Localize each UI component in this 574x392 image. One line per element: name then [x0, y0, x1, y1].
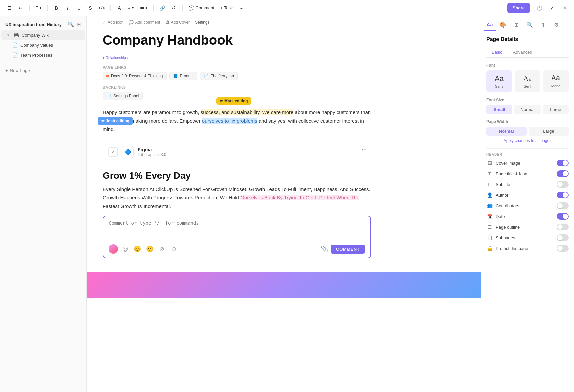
- protect-page-toggle[interactable]: [557, 245, 569, 252]
- more-options-button[interactable]: ···: [362, 146, 367, 153]
- expand-icon[interactable]: ⤢: [108, 147, 118, 157]
- backlink-label: Settings Panel: [113, 94, 139, 98]
- sidebar-item-team-processes[interactable]: 📄 Team Processes: [1, 50, 85, 60]
- mention-button[interactable]: @: [121, 244, 130, 254]
- add-icon-button[interactable]: ☆ Add Icon: [103, 20, 123, 25]
- history-button[interactable]: 🕐: [534, 3, 545, 13]
- comment-input[interactable]: [109, 220, 365, 240]
- add-cover-label: Add Cover: [171, 20, 190, 25]
- sidebar-header-icons: 🔍 ⊞: [68, 21, 81, 27]
- size-large[interactable]: Large: [543, 105, 569, 114]
- width-normal[interactable]: Normal: [486, 127, 527, 136]
- more-button[interactable]: ···: [236, 3, 247, 13]
- slash-button[interactable]: ⊘: [157, 244, 166, 254]
- underline-button[interactable]: U: [74, 3, 84, 13]
- blue-doc-icon: 📘: [173, 74, 178, 78]
- toolbar: ☰ ↩ T ▾ B I U S </> A ≡ ▾ ≔ ▾ 🔗 ↺ 💬 Comm…: [0, 0, 574, 16]
- sidebar-item-label: Company Values: [20, 43, 53, 48]
- relationships-row[interactable]: ▾ Relationships: [103, 56, 371, 60]
- share-button[interactable]: Share: [507, 3, 530, 13]
- comment-toolbar-button[interactable]: 💬 Comment: [186, 3, 217, 13]
- sidebar-item-company-wiki[interactable]: ▼ 🎮 Company Wiki: [1, 30, 85, 40]
- panel-sub-tab-advanced[interactable]: Advanced: [508, 48, 538, 57]
- record-button[interactable]: ⊙: [169, 244, 178, 254]
- link-button[interactable]: 🔗: [157, 3, 168, 13]
- reaction-button[interactable]: 😊: [133, 244, 142, 254]
- font-mono-option[interactable]: Aa Mono: [543, 70, 569, 92]
- subtitle-toggle[interactable]: [557, 181, 569, 188]
- main-layout: UX inspiration from History 🔍 ⊞ ▼ 🎮 Comp…: [0, 16, 574, 392]
- toggle-author: 👤 Author: [486, 192, 569, 198]
- panel-tab-style[interactable]: Aa: [484, 19, 496, 31]
- page-title-toggle[interactable]: [557, 170, 569, 177]
- panel-sub-tab-basic[interactable]: Basic: [486, 48, 508, 57]
- sans-aa: Aa: [495, 74, 504, 83]
- page-content: Company Handbook ▾ Relationships PAGE LI…: [87, 25, 387, 272]
- new-page-button[interactable]: + New Page: [0, 66, 86, 75]
- figma-embed-card[interactable]: ⤢ 🔷 Figma flat graphics 3.0 ···: [103, 142, 371, 162]
- subpages-toggle[interactable]: [557, 234, 569, 241]
- gray-doc-icon: 📄: [204, 74, 209, 78]
- author-label: Author: [496, 193, 554, 198]
- sidebar-layout-icon[interactable]: ⊞: [77, 21, 81, 27]
- cover-image-toggle[interactable]: [557, 160, 569, 166]
- list-button[interactable]: ≔ ▾: [137, 3, 150, 13]
- panel-tab-search[interactable]: 🔍: [524, 19, 536, 31]
- align-button[interactable]: ≡ ▾: [125, 3, 136, 13]
- author-toggle[interactable]: [557, 192, 569, 198]
- font-sans-option[interactable]: Aa Sans: [486, 70, 512, 92]
- font-color-button[interactable]: A: [114, 3, 125, 13]
- panel-tab-paint[interactable]: 🎨: [497, 19, 509, 31]
- contributors-toggle[interactable]: [557, 202, 569, 209]
- code-button[interactable]: </>: [96, 3, 107, 13]
- size-normal[interactable]: Normal: [514, 105, 540, 114]
- menu-button[interactable]: ☰: [4, 3, 15, 13]
- text-type-button[interactable]: T ▾: [33, 3, 44, 13]
- page-link-jerrycan[interactable]: 📄 The Jerrycan: [200, 72, 238, 80]
- emoji-button[interactable]: 🙂: [145, 244, 154, 254]
- page-outline-toggle[interactable]: [557, 224, 569, 230]
- comment-submit-button[interactable]: COMMENT: [331, 245, 365, 254]
- add-comment-button[interactable]: 💬 Add comment: [129, 20, 160, 25]
- font-serif-option[interactable]: Aa Serif: [515, 70, 540, 92]
- subpages-label: Subpages: [496, 235, 554, 240]
- size-small[interactable]: Small: [486, 105, 512, 114]
- add-cover-button[interactable]: 🖼 Add Cover: [165, 20, 190, 25]
- contributors-icon: 👥: [486, 203, 493, 208]
- plus-icon: +: [5, 68, 8, 73]
- page-link-label: The Jerrycan: [211, 74, 234, 78]
- sidebar-search-icon[interactable]: 🔍: [68, 21, 74, 27]
- toolbar-right-icons: 🕐 ⤢ ✕: [534, 3, 570, 13]
- orange-dot-icon: [106, 75, 109, 77]
- bold-button[interactable]: B: [51, 3, 62, 13]
- back-button[interactable]: ↩: [15, 3, 26, 13]
- backlink-settings-panel[interactable]: 📄 Settings Panel: [103, 92, 143, 100]
- mark-editing-label: Mark editing: [224, 99, 248, 103]
- apply-all-pages-link[interactable]: Apply changes to all pages: [486, 138, 569, 143]
- page-link-docs[interactable]: Docs 2.0: Rework & Thinking: [103, 72, 167, 80]
- add-comment-label: Add comment: [135, 20, 160, 25]
- page-link-label: Product: [180, 74, 194, 78]
- sidebar-item-company-values[interactable]: 📄 Company Values: [1, 40, 85, 50]
- close-button[interactable]: ✕: [559, 3, 570, 13]
- italic-button[interactable]: I: [62, 3, 73, 13]
- subpages-icon: 📋: [486, 235, 493, 240]
- embed-title: Figma: [138, 147, 166, 152]
- strikethrough-button[interactable]: S: [85, 3, 96, 13]
- date-toggle[interactable]: [557, 213, 569, 220]
- expand-button[interactable]: ⤢: [547, 3, 557, 13]
- panel-title: Page Details: [486, 36, 569, 42]
- settings-button[interactable]: Settings: [195, 20, 209, 25]
- embed-subtitle: flat graphics 3.0: [138, 152, 166, 157]
- panel-tab-layout[interactable]: ⊞: [510, 19, 522, 31]
- loop-button[interactable]: ↺: [168, 3, 179, 13]
- toolbar-left: ☰ ↩: [4, 3, 26, 13]
- page-link-product[interactable]: 📘 Product: [169, 72, 197, 80]
- panel-tab-share[interactable]: ⬆: [537, 19, 549, 31]
- attach-button[interactable]: 📎: [321, 245, 328, 253]
- width-large[interactable]: Large: [529, 127, 569, 136]
- panel-tab-settings[interactable]: ⚙: [550, 19, 562, 31]
- toolbar-sep-1: [29, 5, 30, 11]
- task-toolbar-button[interactable]: + Task: [218, 3, 236, 13]
- toggle-cover-image: 🖼 Cover image: [486, 160, 569, 166]
